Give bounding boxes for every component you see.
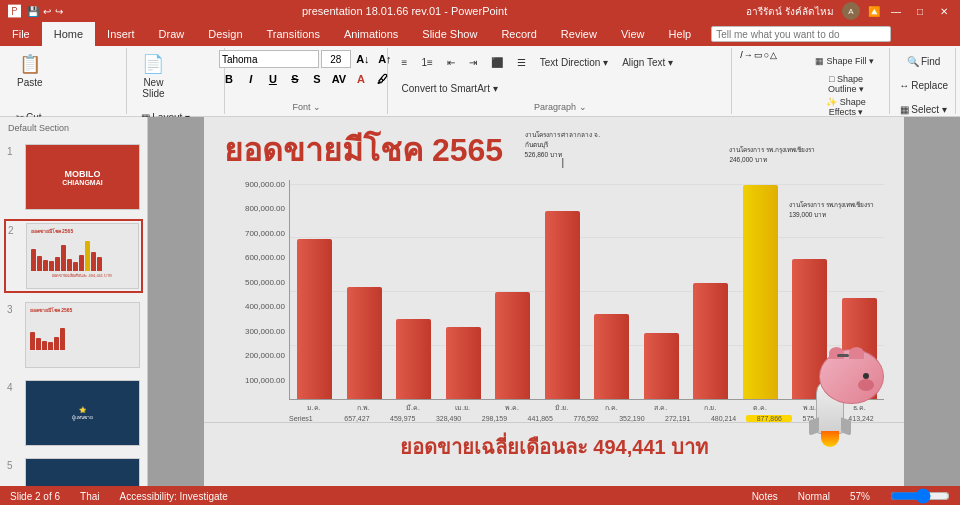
default-section-label: Default Section: [4, 121, 143, 135]
align-left-button[interactable]: ⬛: [485, 51, 509, 73]
bar-7[interactable]: [594, 314, 629, 399]
indent-decrease-button[interactable]: ⇤: [441, 51, 461, 73]
paste-button[interactable]: 📋 Paste: [10, 50, 50, 104]
font-size-decrease-button[interactable]: A↓: [353, 50, 373, 68]
font-color-button[interactable]: A: [351, 70, 371, 88]
bar-1[interactable]: [297, 239, 332, 399]
convert-to-smartart-button[interactable]: Convert to SmartArt ▾: [396, 77, 504, 99]
shape-fill-button[interactable]: ▦ Shape Fill ▾: [809, 50, 883, 72]
bullet-list-button[interactable]: ≡: [396, 51, 414, 73]
slide-thumb-4[interactable]: 4 ⭐ ผู้แทนขาย: [4, 377, 143, 449]
tab-transitions[interactable]: Transitions: [255, 22, 332, 46]
align-text-button[interactable]: Align Text ▾: [616, 51, 679, 73]
slide-img-5: ผู้บริหาร: [25, 458, 140, 486]
view-button[interactable]: Normal: [798, 491, 830, 502]
paragraph-buttons: ≡ 1≡ ⇤ ⇥ ⬛ ☰ Text Direction ▾ Align Text…: [396, 50, 726, 100]
notes-button[interactable]: Notes: [752, 491, 778, 502]
slide-thumb-3[interactable]: 3 ยอดขายมีโชค 2565: [4, 299, 143, 371]
slide-num-3: 3: [7, 302, 21, 315]
title-bar: 🅿 💾 ↩ ↪ presentation 18.01.66 rev.01 - P…: [0, 0, 960, 22]
slide-img-2: ยอดขายมีโชค 2565: [26, 223, 139, 289]
tab-view[interactable]: View: [609, 22, 657, 46]
font-expand-icon[interactable]: ⌄: [313, 102, 321, 112]
minimize-button[interactable]: —: [888, 3, 904, 19]
title-bar-right: อารีรัตน์ รังค์ลัดไหม A 🔼 — □ ✕: [746, 2, 952, 20]
redo-icon[interactable]: ↪: [55, 6, 63, 17]
font-size-input[interactable]: [321, 50, 351, 68]
bar-9[interactable]: [693, 283, 728, 399]
numbered-list-button[interactable]: 1≡: [415, 51, 438, 73]
shapes-palette: / → ▭ ○ △: [740, 50, 807, 118]
tab-file[interactable]: File: [0, 22, 42, 46]
align-center-button[interactable]: ☰: [511, 51, 532, 73]
group-drawing: / → ▭ ○ △ ▦ Shape Fill ▾ □ Shape Outline…: [734, 48, 890, 114]
bold-button[interactable]: B: [219, 70, 239, 88]
tab-draw[interactable]: Draw: [147, 22, 197, 46]
shadow-button[interactable]: S: [307, 70, 327, 88]
zoom-slider[interactable]: [890, 490, 950, 502]
new-slide-button[interactable]: 📄 NewSlide: [135, 50, 171, 104]
shape-triangle[interactable]: △: [770, 50, 777, 118]
shape-effects-button[interactable]: ✨ Shape Effects ▾: [809, 96, 883, 118]
slide-thumb-2[interactable]: 2 ยอดขายมีโชค 2565: [4, 219, 143, 293]
shape-arrow[interactable]: →: [744, 50, 753, 118]
slide-canvas[interactable]: ยอดขายมีโชค 2565 900,000.00 800,000.00 7…: [204, 117, 904, 486]
bar-col-8: [637, 180, 687, 399]
annotation-2: งานโครงการ รพ.กรุงเทพเชียงรา 246,000 บาท: [729, 145, 815, 165]
indent-increase-button[interactable]: ⇥: [463, 51, 483, 73]
y-axis: 900,000.00 800,000.00 700,000.00 600,000…: [224, 180, 289, 400]
bar-2[interactable]: [347, 287, 382, 399]
piggy-ear-left: [829, 347, 844, 359]
save-icon[interactable]: 💾: [27, 6, 39, 17]
series-label: Series1: [289, 415, 334, 422]
close-button[interactable]: ✕: [936, 3, 952, 19]
find-button[interactable]: 🔍 Find: [901, 50, 946, 72]
group-font: A↓ A↑ B I U S S AV A 🖊 Font ⌄: [227, 48, 387, 114]
piggy-rocket-decoration: [769, 329, 899, 459]
slide-thumb-5[interactable]: 5 ผู้บริหาร: [4, 455, 143, 486]
bar-8[interactable]: [644, 333, 679, 399]
bar-3[interactable]: [396, 319, 431, 399]
bar-5[interactable]: [495, 292, 530, 399]
maximize-button[interactable]: □: [912, 3, 928, 19]
tab-animations[interactable]: Animations: [332, 22, 410, 46]
tab-insert[interactable]: Insert: [95, 22, 147, 46]
tab-home[interactable]: Home: [42, 22, 95, 46]
replace-button[interactable]: ↔ Replace: [893, 74, 954, 96]
tab-review[interactable]: Review: [549, 22, 609, 46]
paragraph-label: Paragraph ⌄: [534, 100, 587, 112]
bar-6[interactable]: [545, 211, 580, 399]
shape-outline-button[interactable]: □ Shape Outline ▾: [809, 73, 883, 95]
tab-help[interactable]: Help: [657, 22, 704, 46]
new-slide-label: NewSlide: [142, 77, 164, 99]
text-direction-button[interactable]: Text Direction ▾: [534, 51, 614, 73]
ribbon: File Home Insert Draw Design Transitions…: [0, 22, 960, 117]
title-bar-left: 🅿 💾 ↩ ↪: [8, 4, 63, 19]
tab-design[interactable]: Design: [196, 22, 254, 46]
undo-icon[interactable]: ↩: [43, 6, 51, 17]
group-paragraph: ≡ 1≡ ⇤ ⇥ ⬛ ☰ Text Direction ▾ Align Text…: [390, 48, 733, 114]
bar-col-5: [488, 180, 538, 399]
italic-button[interactable]: I: [241, 70, 261, 88]
accessibility-indicator: Accessibility: Investigate: [120, 491, 228, 502]
slide-thumb-1[interactable]: 1 MOBILO CHIANGMAI: [4, 141, 143, 213]
user-name: อารีรัตน์ รังค์ลัดไหม: [746, 4, 834, 19]
tab-slideshow[interactable]: Slide Show: [410, 22, 489, 46]
strikethrough-button[interactable]: S: [285, 70, 305, 88]
shape-rect[interactable]: ▭: [754, 50, 763, 118]
ribbon-toggle-icon[interactable]: 🔼: [868, 6, 880, 17]
underline-button[interactable]: U: [263, 70, 283, 88]
char-spacing-button[interactable]: AV: [329, 70, 349, 88]
bar-4[interactable]: [446, 327, 481, 399]
tab-record[interactable]: Record: [489, 22, 548, 46]
shape-line[interactable]: /: [740, 50, 743, 118]
group-editing: 🔍 Find ↔ Replace ▦ Select ▾ Editing: [892, 48, 956, 114]
slide-num-4: 4: [7, 380, 21, 393]
ribbon-search-input[interactable]: [711, 26, 891, 42]
status-bar: Slide 2 of 6 Thai Accessibility: Investi…: [0, 486, 960, 505]
font-name-input[interactable]: [219, 50, 319, 68]
slides-panel: Default Section 1 MOBILO CHIANGMAI 2 ยอด…: [0, 117, 148, 486]
paragraph-expand-icon[interactable]: ⌄: [579, 102, 587, 112]
shape-oval[interactable]: ○: [764, 50, 769, 118]
slide-img-3: ยอดขายมีโชค 2565: [25, 302, 140, 368]
